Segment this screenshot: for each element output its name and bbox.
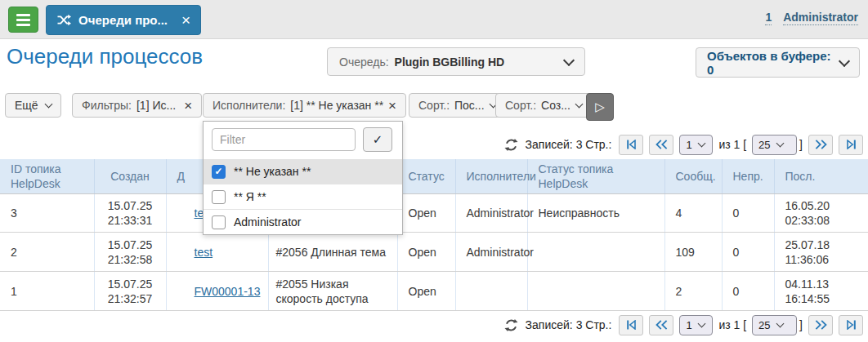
table-cell: 15.07.25 21:32:58	[94, 233, 166, 272]
table-row: 215.07.25 21:32:58test#2056 Длинная тема…	[0, 233, 868, 272]
table-cell: test	[166, 233, 268, 272]
first-page-button[interactable]	[619, 315, 643, 335]
chevron-down-icon	[697, 319, 705, 327]
queue-select[interactable]: Очередь: Plugin BGBilling HD	[327, 47, 585, 76]
table-cell: #2055 Низкая скорость доступа	[268, 272, 397, 311]
table-cell: Administrator	[455, 233, 527, 272]
table-cell: 25.07.18 11:36:06	[774, 233, 868, 272]
user-name-link[interactable]: Administrator	[783, 11, 858, 25]
column-header: Статус	[397, 159, 455, 194]
table-row: 115.07.25 21:32:57FW00001-13#2055 Низкая…	[0, 272, 868, 311]
refresh-icon[interactable]	[503, 317, 520, 333]
executors-chip[interactable]: Исполнители: [1] ** Не указан ** ×	[203, 93, 406, 118]
chevron-down-icon	[563, 54, 575, 65]
tab-label: Очереди про...	[78, 13, 168, 27]
of-label: из 1 [	[718, 138, 746, 151]
table-cell: 2	[664, 272, 722, 311]
table-cell	[527, 233, 664, 272]
refresh-icon[interactable]	[503, 136, 520, 153]
next-page-button[interactable]	[808, 315, 833, 335]
table-cell: 2	[0, 233, 94, 272]
table-cell: 3	[0, 194, 94, 233]
table-cell: Неисправность	[527, 194, 664, 233]
next-page-button[interactable]	[808, 135, 833, 155]
buffer-dropdown-button[interactable]: Объектов в буфере: 0	[696, 47, 860, 78]
table-cell: 1	[0, 272, 94, 311]
prev-page-button[interactable]	[649, 315, 673, 335]
table-cell: #2056 Длинная тема	[268, 233, 397, 272]
dropdown-item[interactable]: Administrator	[204, 209, 402, 234]
bracket-label: ]	[799, 138, 803, 151]
sort-second-value: Соз...	[541, 99, 570, 112]
table-cell: 16.05.20 02:33:08	[774, 194, 868, 233]
chevron-down-icon	[697, 139, 705, 147]
checkbox-checked-icon[interactable]: ✓	[212, 165, 226, 179]
executors-chip-close-icon[interactable]: ×	[388, 99, 396, 113]
last-page-button[interactable]	[839, 315, 863, 335]
table-cell: 4	[664, 194, 722, 233]
table-cell: FW00001-13	[166, 272, 268, 311]
page-select[interactable]: 1	[679, 315, 713, 335]
last-page-button[interactable]	[839, 135, 863, 155]
records-label: Записей: 3 Стр.:	[526, 318, 612, 331]
first-page-button[interactable]	[619, 135, 643, 155]
dropdown-item-label: Administrator	[234, 215, 301, 229]
prev-page-button[interactable]	[649, 135, 673, 155]
column-header: ID топика HelpDesk	[0, 159, 94, 194]
filters-chip-close-icon[interactable]: ×	[184, 99, 192, 113]
chevron-down-icon	[776, 139, 784, 147]
checkbox-unchecked-icon[interactable]	[212, 215, 226, 229]
page-size-value: 25	[758, 319, 770, 331]
table-cell: 15.07.25 21:33:31	[94, 194, 166, 233]
sort-second-label: Сорт.:	[505, 99, 536, 112]
checkbox-unchecked-icon[interactable]	[212, 190, 226, 204]
page-size-select[interactable]: 25	[752, 315, 797, 335]
page-select[interactable]: 1	[679, 135, 713, 155]
menu-button[interactable]	[8, 7, 38, 33]
filters-chip[interactable]: Фильтры: [1] Ис... ×	[72, 93, 202, 118]
page-size-select[interactable]: 25	[752, 135, 797, 155]
table-cell: 0	[722, 194, 774, 233]
chevron-down-icon	[776, 319, 784, 327]
page-select-value: 1	[686, 319, 691, 331]
bracket-label: ]	[799, 318, 803, 331]
table-cell: 04.11.13 16:14:55	[774, 272, 868, 311]
page-size-value: 25	[758, 139, 770, 151]
sort-second-chip[interactable]: Сорт.: Соз...	[495, 93, 592, 118]
table-header-row: ID топика HelpDeskСозданДСтатусИсполните…	[0, 159, 868, 194]
records-label: Записей: 3 Стр.:	[526, 138, 612, 151]
sort-first-chip[interactable]: Сорт.: Пос...	[409, 93, 506, 118]
table-cell	[527, 272, 664, 311]
dropdown-filter-input[interactable]	[212, 128, 356, 151]
buffer-label: Объектов в буфере: 0	[707, 49, 840, 77]
table-cell: Administrator	[455, 194, 527, 233]
play-icon: ▷	[595, 100, 605, 114]
table-cell: 0	[722, 233, 774, 272]
tab-close-icon[interactable]: ×	[181, 12, 190, 28]
table-row: 315.07.25 21:33:31testOpenAdministratorН…	[0, 194, 868, 233]
dropdown-item-label: ** Не указан **	[234, 165, 311, 178]
table-cell: 109	[664, 233, 722, 272]
dropdown-item-label: ** Я **	[234, 190, 266, 203]
executors-chip-value: [1] ** Не указан **	[290, 99, 383, 112]
run-button[interactable]: ▷	[586, 93, 614, 121]
executors-dropdown: ✓ ✓** Не указан **** Я **Administrator	[203, 121, 403, 235]
apply-filter-button[interactable]: ✓	[363, 127, 392, 152]
tab-process-queues[interactable]: Очереди про... ×	[46, 5, 201, 35]
chevron-down-icon	[575, 100, 583, 108]
row-link[interactable]: test	[195, 246, 213, 259]
row-link[interactable]: FW00001-13	[195, 285, 261, 298]
dropdown-item[interactable]: ** Я **	[204, 184, 402, 209]
dropdown-item[interactable]: ✓** Не указан **	[204, 159, 402, 184]
process-queue-table: ID топика HelpDeskСозданДСтатусИсполните…	[0, 159, 868, 311]
sort-first-label: Сорт.:	[418, 99, 450, 112]
column-header: Создан	[94, 159, 166, 194]
user-count-link[interactable]: 1	[765, 11, 772, 25]
page-select-value: 1	[686, 139, 691, 151]
top-bar: Очереди про... × 1 Administrator	[0, 0, 868, 39]
executors-chip-label: Исполнители:	[213, 99, 285, 112]
filters-chip-label: Фильтры:	[82, 99, 132, 112]
chevron-down-icon	[44, 100, 52, 108]
app-window: Очереди про... × 1 Administrator Очереди…	[0, 0, 868, 342]
more-button[interactable]: Ещё	[5, 93, 61, 118]
